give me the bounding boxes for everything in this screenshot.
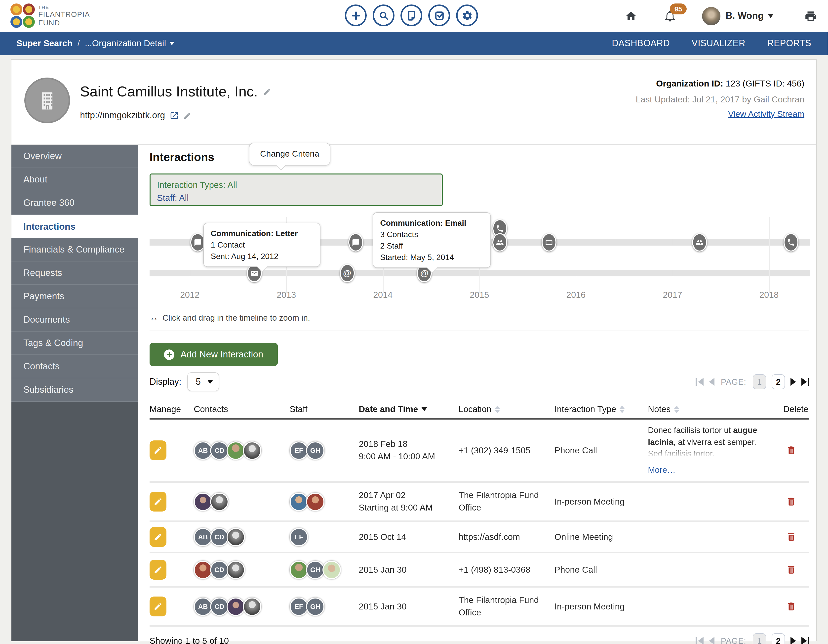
table-row: ABCDEFGH2015 Jan 30The Filantropia Fund … xyxy=(149,587,809,627)
home-button[interactable] xyxy=(625,10,637,22)
building-icon xyxy=(36,89,59,112)
sort-icon xyxy=(619,403,624,415)
sidebar-item-contacts[interactable]: Contacts xyxy=(11,355,138,378)
settings-button[interactable] xyxy=(456,5,478,26)
timeline-event-phone-icon[interactable] xyxy=(784,233,799,251)
timeline-event-laptop-icon[interactable] xyxy=(541,233,557,251)
top-right-controls: 95 B. Wong xyxy=(625,0,817,32)
pagination-last-button[interactable] xyxy=(801,378,809,386)
sidebar-item-financials-compliance[interactable]: Financials & Compliance xyxy=(11,238,138,261)
staff-avatars: EF xyxy=(290,528,352,546)
timeline-event-chat-icon[interactable] xyxy=(348,233,363,251)
delete-button[interactable] xyxy=(786,564,797,576)
column-header-notes[interactable]: Notes xyxy=(648,403,766,415)
avatar: CD xyxy=(210,597,229,616)
column-header-date-and-time[interactable]: Date and Time xyxy=(359,404,459,414)
pagination-first-button[interactable] xyxy=(696,378,704,386)
nav-link-visualizer[interactable]: VISUALIZER xyxy=(692,38,745,49)
view-activity-stream-link[interactable]: View Activity Stream xyxy=(728,109,804,119)
date-time-cell: 2015 Jan 30 xyxy=(359,600,459,613)
notes-more-link[interactable]: More… xyxy=(648,464,676,476)
delete-button[interactable] xyxy=(786,445,797,456)
pagination-first-button[interactable] xyxy=(696,637,704,644)
print-button[interactable] xyxy=(804,10,817,22)
manage-edit-button[interactable] xyxy=(149,492,166,512)
delete-button[interactable] xyxy=(786,496,797,507)
nav-link-dashboard[interactable]: DASHBOARD xyxy=(612,38,670,49)
add-new-interaction-button[interactable]: + Add New Interaction xyxy=(149,343,278,366)
avatar-photo xyxy=(194,492,212,511)
avatar-photo xyxy=(227,597,245,616)
delete-button[interactable] xyxy=(786,600,797,613)
avatar: EF xyxy=(290,441,308,460)
home-icon xyxy=(625,10,637,22)
sidebar-item-interactions[interactable]: Interactions xyxy=(11,215,138,238)
pagination-prev-button[interactable] xyxy=(709,637,715,644)
location-cell: The Filantropia Fund Office xyxy=(459,594,555,619)
tasks-button[interactable] xyxy=(428,5,450,26)
search-button[interactable] xyxy=(373,5,395,26)
sidebar-menu: OverviewAboutGrantee 360InteractionsFina… xyxy=(11,145,138,641)
sidebar-item-tags-coding[interactable]: Tags & Coding xyxy=(11,331,138,355)
page-background: Saint Camillus Institute, Inc. http://in… xyxy=(0,55,828,641)
criteria-filter-box[interactable]: Interaction Types: AllStaff: All xyxy=(149,173,443,206)
pagination-page-1[interactable]: 1 xyxy=(753,633,766,644)
external-link-button[interactable] xyxy=(169,111,179,120)
timeline-event-people-icon[interactable] xyxy=(692,233,707,251)
breadcrumb-current[interactable]: ...Organization Detail xyxy=(85,38,174,49)
column-header-interaction-type[interactable]: Interaction Type xyxy=(555,403,648,415)
manage-edit-button[interactable] xyxy=(149,527,166,547)
add-new-button[interactable] xyxy=(345,5,367,26)
timeline-hint: ↔ Click and drag in the timeline to zoom… xyxy=(149,313,310,323)
documents-button[interactable] xyxy=(400,5,422,26)
staff-avatars: EFGH xyxy=(290,441,352,460)
edit-name-button[interactable] xyxy=(263,88,271,96)
timeline-event-at-icon[interactable]: @ xyxy=(340,264,354,282)
sidebar-item-requests[interactable]: Requests xyxy=(11,261,138,285)
user-avatar[interactable] xyxy=(702,7,721,25)
pagination-page-1[interactable]: 1 xyxy=(753,374,766,389)
pencil-icon xyxy=(154,532,163,541)
pagination-page-2[interactable]: 2 xyxy=(772,374,785,389)
quick-actions xyxy=(345,5,478,26)
pagination-next-button[interactable] xyxy=(790,637,796,644)
brand-logo[interactable]: THE FILANTROPIA FUND xyxy=(11,3,90,28)
brand-logo-text: THE FILANTROPIA FUND xyxy=(38,5,90,27)
notification-badge: 95 xyxy=(670,3,687,14)
user-name[interactable]: B. Wong xyxy=(726,11,764,21)
timeline-event-people-icon[interactable] xyxy=(492,233,507,251)
sidebar-item-payments[interactable]: Payments xyxy=(11,285,138,308)
manage-edit-button[interactable] xyxy=(149,440,166,460)
sidebar-item-subsidiaries[interactable]: Subsidiaries xyxy=(11,378,138,402)
display-count-select[interactable]: 5 xyxy=(187,372,219,391)
breadcrumb-super-search[interactable]: Super Search xyxy=(16,38,72,49)
nav-link-reports[interactable]: REPORTS xyxy=(767,38,811,49)
organization-url[interactable]: http://inmgokzibtk.org xyxy=(80,110,165,121)
edit-url-button[interactable] xyxy=(183,112,191,119)
manage-edit-button[interactable] xyxy=(149,560,166,580)
delete-button[interactable] xyxy=(786,531,797,543)
column-header-location[interactable]: Location xyxy=(459,403,555,415)
search-icon xyxy=(378,10,389,21)
sidebar-item-about[interactable]: About xyxy=(11,168,138,192)
pagination-prev-button[interactable] xyxy=(709,378,715,386)
interaction-type-cell: Phone Call xyxy=(555,564,648,576)
manage-edit-button[interactable] xyxy=(149,597,166,616)
timeline-event-chat-icon[interactable] xyxy=(190,233,205,251)
sidebar-item-documents[interactable]: Documents xyxy=(11,308,138,331)
pagination-last-button[interactable] xyxy=(801,637,809,644)
last-updated-text: Last Updated: Jul 21, 2017 by Gail Cochr… xyxy=(636,94,804,105)
user-menu-caret-icon[interactable] xyxy=(768,14,773,21)
pagination-page-2[interactable]: 2 xyxy=(772,633,785,644)
interactions-timeline[interactable]: 2012201320142015201620172018@@Communicat… xyxy=(149,214,810,309)
timeline-year-label: 2015 xyxy=(470,290,489,300)
change-criteria-tooltip[interactable]: Change Criteria xyxy=(249,143,331,165)
sidebar-item-grantee-360[interactable]: Grantee 360 xyxy=(11,192,138,215)
avatar: EF xyxy=(290,597,308,616)
notifications-button[interactable]: 95 xyxy=(664,10,676,22)
sidebar-item-overview[interactable]: Overview xyxy=(11,145,138,168)
pagination-next-button[interactable] xyxy=(790,378,796,386)
location-cell: +1 (302) 349-1505 xyxy=(459,444,555,457)
location-cell: +1 (498) 813-0368 xyxy=(459,564,555,576)
select-caret-icon xyxy=(207,380,213,387)
